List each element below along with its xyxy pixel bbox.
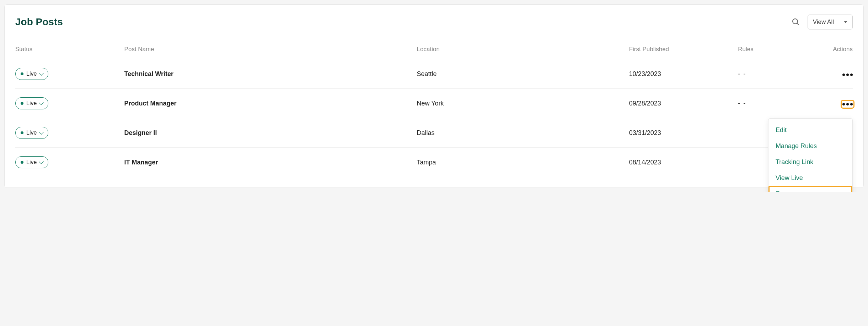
status-label: Live <box>26 100 37 107</box>
post-name[interactable]: Designer II <box>124 118 417 148</box>
status-pill[interactable]: Live <box>15 68 48 80</box>
col-header-location: Location <box>417 42 629 59</box>
chevron-down-icon <box>39 130 44 135</box>
post-rules: - - <box>738 89 818 118</box>
status-pill[interactable]: Live <box>15 127 48 139</box>
status-label: Live <box>26 71 37 77</box>
col-header-name: Post Name <box>124 42 417 59</box>
post-published: 10/23/2023 <box>629 59 738 89</box>
svg-line-1 <box>797 23 799 25</box>
post-name[interactable]: Technical Writer <box>124 59 417 89</box>
col-header-status: Status <box>15 42 124 59</box>
dropdown-item-manage-rules[interactable]: Manage Rules <box>768 138 852 154</box>
post-location: New York <box>417 89 629 118</box>
caret-down-icon <box>844 21 847 23</box>
header-actions: View All <box>790 15 853 29</box>
actions-dropdown: Edit Manage Rules Tracking Link View Liv… <box>768 118 853 192</box>
dropdown-item-tracking-link[interactable]: Tracking Link <box>768 154 852 170</box>
job-posts-table: Status Post Name Location First Publishe… <box>15 42 853 177</box>
row-actions-button[interactable] <box>842 72 853 77</box>
page-title: Job Posts <box>15 16 63 28</box>
post-published: 08/14/2023 <box>629 148 738 177</box>
status-label: Live <box>26 159 37 165</box>
status-label: Live <box>26 130 37 136</box>
table-row: Live Designer II Dallas 03/31/2023 <box>15 118 853 148</box>
col-header-published: First Published <box>629 42 738 59</box>
dropdown-item-view-live[interactable]: View Live <box>768 170 852 186</box>
table-header-row: Status Post Name Location First Publishe… <box>15 42 853 59</box>
col-header-rules: Rules <box>738 42 818 59</box>
filter-select-label: View All <box>813 18 834 26</box>
post-rules: - - <box>738 59 818 89</box>
chevron-down-icon <box>39 100 44 105</box>
table-row: Live Technical Writer Seattle 10/23/2023… <box>15 59 853 89</box>
table-row: Live IT Manager Tampa 08/14/2023 <box>15 148 853 177</box>
post-location: Tampa <box>417 148 629 177</box>
job-posts-card: Job Posts View All Status Post Name Loca… <box>4 4 864 188</box>
status-dot-icon <box>21 131 23 134</box>
status-dot-icon <box>21 72 23 75</box>
post-location: Dallas <box>417 118 629 148</box>
post-name[interactable]: Product Manager <box>124 89 417 118</box>
row-actions-button[interactable] <box>842 102 853 107</box>
chevron-down-icon <box>39 159 44 164</box>
dots-icon <box>842 74 845 76</box>
status-pill[interactable]: Live <box>15 97 48 109</box>
search-icon <box>791 17 800 26</box>
post-name[interactable]: IT Manager <box>124 148 417 177</box>
post-published: 09/28/2023 <box>629 89 738 118</box>
dropdown-item-edit[interactable]: Edit <box>768 122 852 138</box>
card-header: Job Posts View All <box>15 15 853 29</box>
chevron-down-icon <box>39 71 44 76</box>
col-header-actions: Actions <box>818 42 853 59</box>
post-location: Seattle <box>417 59 629 89</box>
dropdown-item-feature-post[interactable]: Feature post <box>768 186 852 192</box>
table-row: Live Product Manager New York 09/28/2023… <box>15 89 853 118</box>
status-dot-icon <box>21 102 23 105</box>
dots-icon <box>842 103 845 105</box>
status-dot-icon <box>21 161 23 164</box>
search-button[interactable] <box>790 16 801 28</box>
filter-select[interactable]: View All <box>808 15 853 29</box>
post-published: 03/31/2023 <box>629 118 738 148</box>
status-pill[interactable]: Live <box>15 156 48 168</box>
